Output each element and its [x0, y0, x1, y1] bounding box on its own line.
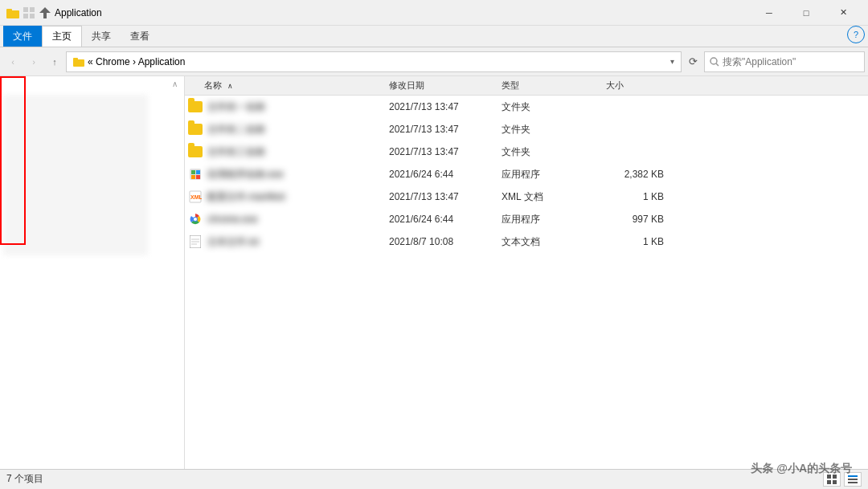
file-rows: 文件夹一名称 2021/7/13 13:47 文件夹 文件夹二名称 2021/7…: [185, 96, 868, 253]
folder-address-icon: [73, 56, 84, 67]
svg-rect-29: [848, 475, 858, 477]
svg-marker-6: [39, 7, 51, 18]
main-layout: ∧ 名称 ∧ 修改日期 类型 大小 文件夹一名称 2021/: [0, 76, 868, 469]
search-input[interactable]: [723, 56, 859, 67]
svg-rect-27: [827, 480, 831, 484]
svg-text:XML: XML: [190, 194, 202, 200]
svg-rect-28: [833, 480, 837, 484]
address-box[interactable]: « Chrome › Application ▾: [66, 51, 682, 72]
tab-file[interactable]: 文件: [3, 26, 42, 47]
file-date-cell: 2021/7/13 13:47: [389, 146, 502, 157]
file-name-text: 应用程序名称.exe: [207, 168, 284, 181]
file-type-cell: 文本文档: [502, 235, 606, 249]
folder-icon: [188, 100, 203, 114]
table-row[interactable]: 文本文件.txt 2021/8/7 10:08 文本文档 1 KB: [185, 230, 868, 253]
file-date-cell: 2021/6/24 6:44: [389, 214, 502, 225]
ribbon: 文件 主页 共享 查看 ?: [0, 26, 868, 47]
svg-rect-12: [191, 170, 195, 174]
file-name-text: 配置文件.manifest: [207, 190, 285, 204]
file-list-header: 名称 ∧ 修改日期 类型 大小: [185, 76, 868, 96]
header-size[interactable]: 大小: [606, 79, 670, 92]
svg-rect-4: [23, 14, 28, 18]
svg-rect-2: [23, 7, 28, 12]
up-button[interactable]: ↑: [45, 51, 64, 72]
title-text: Application: [55, 7, 102, 18]
search-box[interactable]: [704, 51, 865, 72]
title-bar: Application ─ □ ✕: [0, 0, 868, 26]
table-row[interactable]: chrome.exe 2021/6/24 6:44 应用程序 997 KB: [185, 208, 868, 230]
file-date-cell: 2021/6/24 6:44: [389, 169, 502, 180]
status-bar: 7 个项目: [0, 469, 868, 488]
item-count: 7 个项目: [6, 472, 43, 486]
file-date-cell: 2021/7/13 13:47: [389, 191, 502, 202]
exe-icon: [188, 167, 203, 181]
nav-pane: ∧: [0, 76, 185, 469]
close-button[interactable]: ✕: [825, 0, 862, 26]
help-button[interactable]: ?: [847, 26, 865, 43]
nav-pane-header: ∧: [0, 76, 184, 92]
svg-rect-14: [191, 175, 195, 179]
svg-rect-26: [833, 475, 837, 479]
svg-rect-8: [73, 58, 78, 61]
file-name-cell: 文件夹一名称: [188, 100, 389, 114]
table-row[interactable]: 文件夹一名称 2021/7/13 13:47 文件夹: [185, 96, 868, 118]
table-row[interactable]: 文件夹二名称 2021/7/13 13:47 文件夹: [185, 118, 868, 141]
maximize-button[interactable]: □: [788, 0, 825, 26]
svg-rect-13: [196, 170, 200, 174]
chrome-exe-icon: [188, 212, 203, 226]
file-type-cell: 应用程序: [502, 168, 606, 181]
file-type-cell: 文件夹: [502, 123, 606, 137]
header-date[interactable]: 修改日期: [389, 79, 502, 92]
file-type-cell: 文件夹: [502, 100, 606, 114]
ribbon-tabs: 文件 主页 共享 查看 ?: [0, 26, 868, 47]
back-button[interactable]: ‹: [3, 51, 23, 72]
detail-view-icon: [848, 475, 858, 484]
svg-rect-31: [848, 482, 858, 483]
svg-rect-15: [196, 175, 200, 179]
tab-home[interactable]: 主页: [42, 26, 82, 47]
list-view-button[interactable]: [823, 472, 841, 487]
svg-point-9: [710, 58, 717, 64]
tab-share[interactable]: 共享: [82, 26, 121, 47]
file-name-cell: 文本文件.txt: [188, 234, 389, 249]
svg-rect-1: [6, 9, 12, 12]
minimize-button[interactable]: ─: [751, 0, 788, 26]
svg-point-20: [194, 218, 197, 221]
file-name-text: 文件夹二名称: [207, 123, 265, 137]
address-text: « Chrome › Application: [88, 56, 185, 67]
svg-rect-30: [848, 479, 858, 480]
svg-rect-3: [30, 7, 35, 12]
window-icon: [6, 6, 19, 19]
file-date-cell: 2021/7/13 13:47: [389, 124, 502, 135]
header-type[interactable]: 类型: [502, 79, 606, 92]
file-name-text: chrome.exe: [207, 214, 258, 225]
file-type-cell: 应用程序: [502, 213, 606, 226]
refresh-button[interactable]: ⟳: [683, 51, 702, 72]
file-type-cell: XML 文档: [502, 190, 606, 204]
header-name[interactable]: 名称 ∧: [188, 79, 389, 92]
tab-view[interactable]: 查看: [121, 26, 159, 47]
address-chevron-icon: ▾: [670, 57, 674, 66]
file-size-cell: 1 KB: [606, 236, 670, 247]
file-type-cell: 文件夹: [502, 145, 606, 159]
file-name-cell: XML 配置文件.manifest: [188, 189, 389, 204]
svg-line-10: [716, 63, 719, 66]
folder-icon: [188, 145, 203, 159]
list-view-icon: [827, 475, 837, 484]
table-row[interactable]: XML 配置文件.manifest 2021/7/13 13:47 XML 文档…: [185, 185, 868, 208]
detail-view-button[interactable]: [844, 472, 862, 487]
title-bar-controls: ─ □ ✕: [751, 0, 862, 26]
table-row[interactable]: 文件夹三名称 2021/7/13 13:47 文件夹: [185, 141, 868, 163]
folder-icon: [188, 122, 203, 137]
file-date-cell: 2021/8/7 10:08: [389, 236, 502, 247]
file-name-text: 文件夹三名称: [207, 145, 265, 159]
table-row[interactable]: 应用程序名称.exe 2021/6/24 6:44 应用程序 2,382 KB: [185, 163, 868, 185]
title-bar-left: Application: [6, 6, 751, 19]
file-name-cell: 应用程序名称.exe: [188, 167, 389, 181]
file-area: 名称 ∧ 修改日期 类型 大小 文件夹一名称 2021/7/13 13:47 文…: [185, 76, 868, 469]
file-size-cell: 1 KB: [606, 191, 670, 202]
forward-button[interactable]: ›: [24, 51, 43, 72]
svg-rect-5: [30, 14, 35, 18]
search-icon: [710, 57, 719, 67]
file-size-cell: 997 KB: [606, 214, 670, 225]
